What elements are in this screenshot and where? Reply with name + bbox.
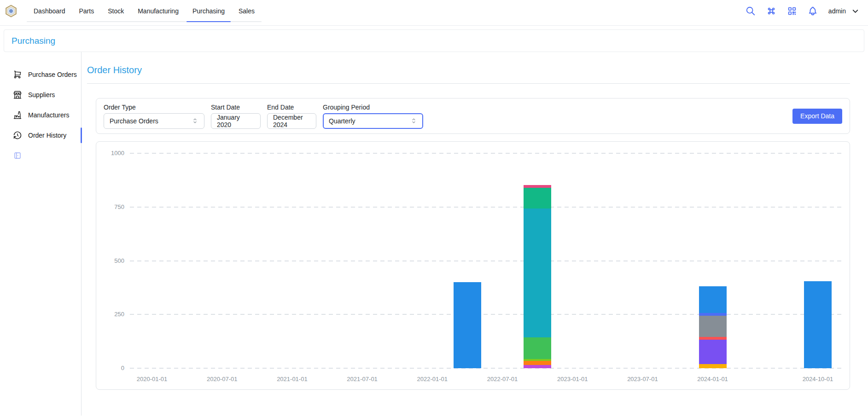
end-date-value: December 2024 bbox=[273, 114, 310, 128]
username: admin bbox=[828, 7, 846, 15]
top-navigation: Dashboard Parts Stock Manufacturing Purc… bbox=[0, 0, 868, 22]
history-clock-icon bbox=[13, 131, 22, 140]
sidebar-item-label: Purchase Orders bbox=[28, 71, 77, 78]
grouping-period-field: Grouping Period Quarterly bbox=[323, 104, 423, 129]
order-type-label: Order Type bbox=[104, 104, 204, 111]
grouping-period-select[interactable]: Quarterly bbox=[323, 113, 423, 129]
y-axis-tick-label: 250 bbox=[99, 311, 124, 318]
bell-icon[interactable] bbox=[808, 6, 818, 16]
x-axis-tick-label: 2024-10-01 bbox=[788, 376, 848, 382]
search-icon[interactable] bbox=[746, 6, 756, 16]
order-type-select[interactable]: Purchase Orders bbox=[104, 113, 204, 129]
nav-tab-parts[interactable]: Parts bbox=[72, 0, 101, 22]
bar-segment bbox=[699, 340, 727, 364]
bar-segment bbox=[524, 365, 551, 368]
end-date-label: End Date bbox=[267, 104, 316, 111]
sidebar-item-suppliers[interactable]: Suppliers bbox=[0, 85, 81, 105]
start-date-input[interactable]: January 2020 bbox=[211, 113, 261, 129]
bar-segment bbox=[699, 364, 727, 368]
x-axis-tick-label: 2021-07-01 bbox=[332, 376, 392, 382]
end-date-input[interactable]: December 2024 bbox=[267, 113, 316, 129]
qrcode-scan-icon[interactable] bbox=[787, 6, 797, 16]
main-nav-tabs: Dashboard Parts Stock Manufacturing Purc… bbox=[27, 0, 262, 22]
start-date-value: January 2020 bbox=[217, 114, 255, 128]
x-axis-tick-label: 2023-07-01 bbox=[612, 376, 672, 382]
order-type-value: Purchase Orders bbox=[110, 117, 158, 125]
order-type-field: Order Type Purchase Orders bbox=[104, 104, 204, 129]
shopping-cart-icon bbox=[13, 70, 22, 79]
building-factory-icon bbox=[13, 110, 22, 120]
grouping-period-value: Quarterly bbox=[329, 117, 355, 125]
x-axis-tick-label: 2021-01-01 bbox=[262, 376, 322, 382]
section-title: Order History bbox=[87, 65, 850, 75]
sidebar-item-manufacturers[interactable]: Manufacturers bbox=[0, 105, 81, 125]
main-panel: Order History Order Type Purchase Orders… bbox=[82, 52, 868, 416]
x-axis-tick-label: 2022-07-01 bbox=[472, 376, 532, 382]
x-axis-tick-label: 2020-01-01 bbox=[122, 376, 182, 382]
y-axis-tick-label: 1000 bbox=[99, 150, 124, 156]
header-divider bbox=[0, 25, 868, 26]
user-menu[interactable]: admin bbox=[828, 7, 860, 16]
chart-bar[interactable] bbox=[454, 282, 481, 368]
y-axis-tick-label: 500 bbox=[99, 257, 124, 264]
chart-bar[interactable] bbox=[804, 281, 832, 368]
nav-tab-purchasing[interactable]: Purchasing bbox=[186, 0, 232, 22]
section-divider bbox=[87, 83, 850, 84]
y-axis-tick-label: 0 bbox=[99, 365, 124, 371]
y-axis-tick-label: 750 bbox=[99, 203, 124, 210]
gridline bbox=[130, 314, 843, 315]
bar-segment bbox=[524, 188, 551, 208]
sidebar: Purchase Orders Suppliers Manufacturers bbox=[0, 52, 82, 416]
bar-segment bbox=[804, 281, 832, 368]
breadcrumb-panel: Purchasing bbox=[4, 29, 864, 52]
sidebar-item-label: Suppliers bbox=[28, 91, 55, 98]
sidebar-collapse-icon[interactable] bbox=[13, 151, 22, 160]
chart-bar[interactable] bbox=[524, 185, 551, 368]
nav-tab-manufacturing[interactable]: Manufacturing bbox=[131, 0, 186, 22]
bar-segment bbox=[699, 286, 727, 313]
selector-icon bbox=[410, 117, 417, 124]
sidebar-item-purchase-orders[interactable]: Purchase Orders bbox=[0, 64, 81, 85]
export-data-button[interactable]: Export Data bbox=[792, 109, 842, 124]
bar-segment bbox=[524, 337, 551, 359]
gridline bbox=[130, 207, 843, 208]
gridline bbox=[130, 368, 843, 369]
chart-bar[interactable] bbox=[699, 286, 727, 368]
grouping-period-label: Grouping Period bbox=[323, 104, 423, 111]
x-axis-tick-label: 2020-07-01 bbox=[192, 376, 252, 382]
gridline bbox=[130, 261, 843, 261]
x-axis-tick-label: 2022-01-01 bbox=[402, 376, 462, 382]
gridline bbox=[130, 153, 843, 154]
page-title: Purchasing bbox=[12, 36, 55, 46]
start-date-field: Start Date January 2020 bbox=[211, 104, 261, 129]
sidebar-item-label: Manufacturers bbox=[28, 111, 69, 119]
content-area: Purchase Orders Suppliers Manufacturers bbox=[0, 52, 868, 416]
x-axis-tick-label: 2024-01-01 bbox=[683, 376, 743, 382]
bar-segment bbox=[699, 316, 727, 337]
chevron-down-icon bbox=[851, 7, 860, 16]
nav-tab-stock[interactable]: Stock bbox=[101, 0, 131, 22]
nav-actions: admin bbox=[746, 6, 860, 16]
order-history-chart: 025050075010002020-01-012020-07-012021-0… bbox=[96, 141, 850, 390]
filter-panel: Order Type Purchase Orders Start Date Ja… bbox=[96, 98, 850, 134]
bar-segment bbox=[524, 361, 551, 365]
nav-tab-sales[interactable]: Sales bbox=[232, 0, 262, 22]
building-store-icon bbox=[13, 90, 22, 99]
end-date-field: End Date December 2024 bbox=[267, 104, 316, 129]
nav-tab-dashboard[interactable]: Dashboard bbox=[27, 0, 72, 22]
bar-segment bbox=[524, 208, 551, 337]
command-icon[interactable] bbox=[766, 6, 776, 16]
bar-segment bbox=[454, 282, 481, 368]
start-date-label: Start Date bbox=[211, 104, 261, 111]
selector-icon bbox=[192, 117, 198, 124]
sidebar-item-label: Order History bbox=[28, 132, 66, 139]
x-axis-tick-label: 2023-01-01 bbox=[542, 376, 602, 382]
sidebar-item-order-history[interactable]: Order History bbox=[0, 125, 81, 145]
app-logo-icon[interactable] bbox=[5, 5, 17, 17]
